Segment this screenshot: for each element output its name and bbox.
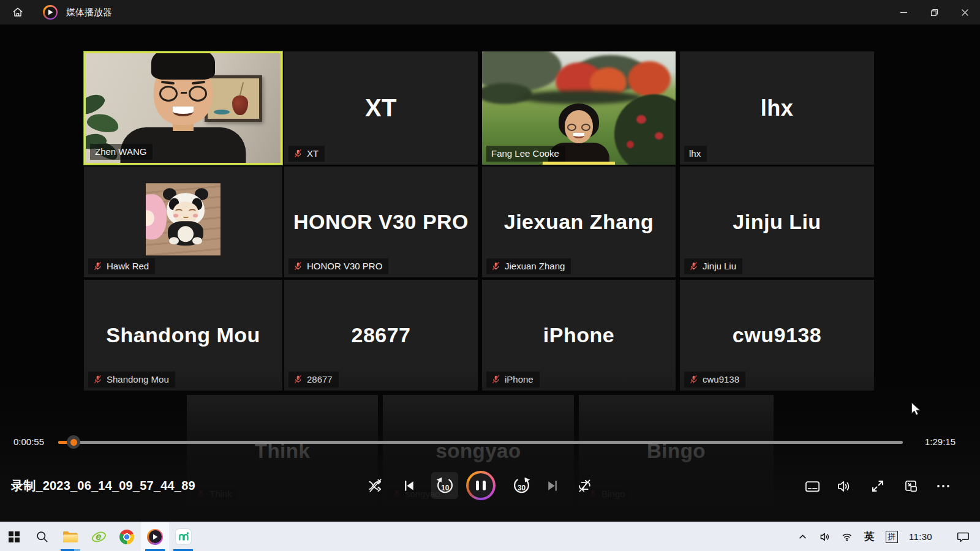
participant-name-text: HONOR V30 PRO xyxy=(307,261,382,271)
participant-tile-zhen-wang: Zhen WANG xyxy=(84,51,282,165)
minimize-icon xyxy=(900,9,908,17)
seek-thumb[interactable] xyxy=(67,435,80,449)
media-title: 录制_2023_06_14_09_57_44_89 xyxy=(11,478,195,494)
volume-button[interactable] xyxy=(835,478,852,495)
participant-name-text: Jiexuan Zhang xyxy=(505,261,565,271)
svg-text:e: e xyxy=(96,531,101,542)
next-icon xyxy=(544,478,560,494)
system-tray: 英 拼 11:30 xyxy=(793,522,980,551)
clock[interactable]: 11:30 xyxy=(905,522,937,551)
taskbar: e xyxy=(0,522,980,551)
muted-mic-icon xyxy=(293,261,303,271)
seek-row: 0:00:55 1:29:15 xyxy=(0,433,980,452)
participant-name-label: HONOR V30 PRO xyxy=(288,258,388,274)
ime-mode-text: 拼 xyxy=(886,531,898,543)
participant-tile-jinju-liu: Jinju Liu Jinju Liu xyxy=(680,167,874,277)
pause-icon xyxy=(469,473,493,498)
svg-text:10: 10 xyxy=(441,483,450,492)
clock-text: 11:30 xyxy=(909,531,932,542)
media-player-taskbar-icon xyxy=(147,529,163,545)
participant-big-name: lhx xyxy=(680,51,874,165)
search-icon xyxy=(36,530,49,544)
wifi-icon xyxy=(842,531,853,542)
muted-mic-icon xyxy=(293,149,303,158)
participant-tile-lhx: lhx lhx xyxy=(680,51,874,165)
taskbar-chrome-button[interactable] xyxy=(113,522,141,551)
participant-name-label: Jiexuan Zhang xyxy=(486,258,571,274)
restore-button[interactable] xyxy=(919,0,949,24)
previous-icon xyxy=(401,478,418,494)
window-caption-buttons xyxy=(888,0,980,24)
volume-icon xyxy=(835,478,852,495)
repeat-button[interactable] xyxy=(575,476,594,495)
seek-bar[interactable] xyxy=(58,441,903,444)
participant-tile-honor-v30-pro: HONOR V30 PRO HONOR V30 PRO xyxy=(284,167,478,277)
pause-button[interactable] xyxy=(466,471,496,500)
ime-language-text: 英 xyxy=(864,530,875,544)
tray-volume-icon xyxy=(819,531,831,542)
skip-back-10-icon: 10 xyxy=(435,476,455,496)
tray-wifi[interactable] xyxy=(837,522,858,551)
captions-icon xyxy=(804,478,821,495)
muted-mic-icon xyxy=(93,261,102,271)
next-button[interactable] xyxy=(543,476,561,495)
taskbar-media-player-button[interactable] xyxy=(141,522,169,551)
ime-language-indicator[interactable]: 英 xyxy=(860,522,879,551)
home-icon xyxy=(11,6,24,19)
skip-forward-30-button[interactable]: 30 xyxy=(508,472,535,499)
tray-volume[interactable] xyxy=(815,522,835,551)
media-player-app-icon xyxy=(43,5,58,20)
chrome-icon xyxy=(119,530,134,544)
tray-show-hidden-icons[interactable] xyxy=(793,522,812,551)
elapsed-time: 0:00:55 xyxy=(13,437,44,447)
restore-icon xyxy=(930,9,938,17)
window-title: 媒体播放器 xyxy=(66,0,112,24)
taskbar-green-app-button[interactable] xyxy=(169,522,197,551)
participant-tile-xt: XT XT xyxy=(284,51,478,165)
repeat-off-icon xyxy=(576,478,593,494)
active-speaker-bar xyxy=(543,162,615,165)
title-bar: 媒体播放器 xyxy=(0,0,980,24)
participant-name-label: Hawk Red xyxy=(88,258,155,274)
video-area[interactable]: Zhen WANG XT XT xyxy=(0,24,980,522)
more-options-button[interactable] xyxy=(935,478,952,495)
participant-name-text: XT xyxy=(307,148,318,159)
home-button[interactable] xyxy=(9,4,27,21)
participant-tile-jiexuan-zhang: Jiexuan Zhang Jiexuan Zhang xyxy=(482,167,676,277)
participant-name-label: XT xyxy=(288,146,325,162)
shuffle-button[interactable] xyxy=(366,476,385,495)
ime-mode-indicator[interactable]: 拼 xyxy=(881,522,902,551)
green-e-browser-icon: e xyxy=(91,529,107,544)
more-options-icon xyxy=(935,478,951,494)
skip-forward-30-icon: 30 xyxy=(511,476,532,496)
participant-name-text: Zhen WANG xyxy=(95,146,146,157)
file-explorer-icon xyxy=(62,530,78,543)
previous-button[interactable] xyxy=(400,476,418,495)
minimize-button[interactable] xyxy=(888,0,919,24)
mini-player-icon xyxy=(903,478,919,495)
hawk-red-avatar xyxy=(146,183,221,255)
participant-tile-hawk-red: Hawk Red xyxy=(84,167,282,277)
svg-text:30: 30 xyxy=(517,483,526,492)
green-app-icon xyxy=(176,529,191,544)
action-center-button[interactable] xyxy=(952,522,974,551)
participant-name-text: lhx xyxy=(689,148,701,159)
participant-name-text: Jinju Liu xyxy=(703,261,736,271)
participant-name-label: Jinju Liu xyxy=(684,258,742,274)
close-button[interactable] xyxy=(949,0,980,24)
skip-back-10-button[interactable]: 10 xyxy=(431,472,458,499)
total-duration: 1:29:15 xyxy=(925,437,956,447)
play-glyph-icon xyxy=(48,9,53,15)
taskbar-file-explorer-button[interactable] xyxy=(56,522,85,551)
start-button[interactable] xyxy=(0,522,28,551)
muted-mic-icon xyxy=(689,261,698,271)
participant-tile-fang-lee-cooke: Fang Lee Cooke xyxy=(482,51,676,165)
participant-name-label: lhx xyxy=(684,146,707,162)
captions-button[interactable] xyxy=(804,478,821,495)
windows-logo-icon xyxy=(9,531,20,542)
taskbar-green-e-browser-button[interactable]: e xyxy=(85,522,113,551)
mini-player-button[interactable] xyxy=(902,478,919,495)
fullscreen-button[interactable] xyxy=(869,478,886,495)
notification-bubble-icon xyxy=(957,531,970,542)
taskbar-search-button[interactable] xyxy=(28,522,56,551)
